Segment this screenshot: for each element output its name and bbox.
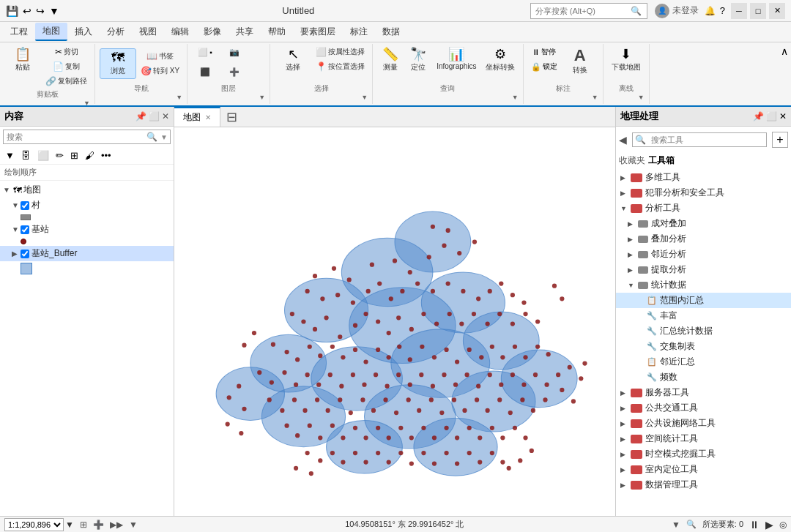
extract-arrow[interactable]: ▶ [628,266,636,274]
ribbon-copypath-button[interactable]: 🔗 复制路径 [42,75,90,88]
redo-icon[interactable]: ↪ [36,5,45,17]
ribbon-coordinate-button[interactable]: ⚙ 坐标转换 [482,45,519,75]
contents-pen-button[interactable]: ✏ [53,149,66,162]
geo-item-nearby-summary[interactable]: 📋 邻近汇总 [616,354,791,370]
geo-add-button[interactable]: + [772,132,788,148]
ribbon-layer-btn2[interactable]: 📷 [221,45,248,59]
crime-tools-arrow[interactable]: ▶ [620,190,629,197]
geo-item-analysis-tools[interactable]: ▼ 分析工具 [616,201,791,216]
ribbon-goto-button[interactable]: 🎯 转到 XY [138,64,182,78]
undo-icon[interactable]: ↩ [23,5,31,17]
data-management-arrow[interactable]: ▶ [620,482,629,489]
scale-dropdown[interactable]: ▼ [65,520,74,530]
geo-item-enrich[interactable]: 🔧 丰富 [616,308,791,323]
geo-item-overlay-analysis[interactable]: ▶ 叠加分析 [616,231,791,247]
analysis-tools-arrow[interactable]: ▼ [620,205,629,212]
ribbon-copy-button[interactable]: 📄 复制 [42,60,90,73]
layer-item-map[interactable]: ▼ 🗺 地图 [0,182,174,198]
status-pause-button[interactable]: ⏸ [749,519,760,531]
geo-item-facility-tools[interactable]: ▶ 公共设施网络工具 [616,416,791,431]
title-search-input[interactable] [535,7,631,15]
map-tab[interactable]: 地图 ✕ [174,107,220,127]
ribbon-convert-button[interactable]: A 转换 [562,45,598,78]
geo-pin-button[interactable]: 📌 [753,111,764,121]
help-button[interactable]: ? [720,5,725,16]
contents-grid-button[interactable]: ⊞ [68,149,81,162]
contents-close-button[interactable]: ✕ [162,111,169,121]
geo-item-frequency[interactable]: 🔧 频数 [616,370,791,385]
ribbon-collapse-button[interactable]: ∧ [778,44,791,59]
overlay-analysis-arrow[interactable]: ▶ [628,236,636,243]
contents-search-icon[interactable]: 🔍 [144,130,160,143]
buffer-checkbox[interactable] [21,250,29,258]
layer-expander[interactable]: ▼ [259,94,265,101]
statistics-arrow[interactable]: ▼ [628,282,636,289]
spatial-stats-arrow[interactable]: ▶ [620,435,629,443]
menu-edit[interactable]: 编辑 [164,23,196,40]
menu-project[interactable]: 工程 [3,23,35,40]
geo-item-aggregate-stats[interactable]: 🔧 汇总统计数据 [616,323,791,339]
geo-item-transit-tools[interactable]: ▶ 公共交通工具 [616,400,791,416]
geo-item-spatiotemporal[interactable]: ▶ 时空模式挖掘工具 [616,446,791,462]
menu-feature-layer[interactable]: 要素图层 [293,23,343,40]
spatiotemporal-arrow[interactable]: ▶ [620,451,629,458]
facility-tools-arrow[interactable]: ▶ [620,420,629,427]
contents-search-box[interactable]: 🔍 ▼ [3,130,171,144]
ribbon-select-button[interactable]: ↖ 选择 [275,45,311,75]
map-layout-toggle[interactable]: ⊟ [226,109,237,125]
geo-item-indoor-location[interactable]: ▶ 室内定位工具 [616,462,791,477]
geo-toolbox-label[interactable]: 工具箱 [648,154,675,167]
ribbon-cut-button[interactable]: ✂ 剪切 [42,45,90,59]
select-expander[interactable]: ▼ [361,94,368,101]
geo-item-extract[interactable]: ▶ 提取分析 [616,262,791,277]
basestation-checkbox[interactable] [21,225,29,234]
status-play-button[interactable]: ▶ [765,519,773,531]
menu-label[interactable]: 标注 [343,23,375,40]
map-tab-close[interactable]: ✕ [205,113,211,121]
ribbon-lock-button[interactable]: 🔒 锁定 [528,60,560,73]
ribbon-infographics-button[interactable]: 📊 Infographics [433,45,480,72]
more-tools-arrow[interactable]: ▶ [620,174,629,181]
geo-item-cross-tabulation[interactable]: 🔧 交集制表 [616,339,791,354]
contents-pin-button[interactable]: 📌 [135,111,146,121]
menu-view[interactable]: 视图 [132,23,164,40]
geo-item-overlay-add[interactable]: ▶ 成对叠加 [616,216,791,231]
clipboard-expander[interactable]: ▼ [83,100,90,107]
contents-float-button[interactable]: ⬜ [149,111,160,121]
geo-favorites-label[interactable]: 收藏夹 [619,154,645,167]
geo-item-statistics[interactable]: ▼ 统计数据 [616,277,791,293]
ribbon-attr-select-button[interactable]: ⬜ 按属性选择 [313,45,368,59]
geo-item-data-management[interactable]: ▶ 数据管理工具 [616,477,791,492]
maximize-button[interactable]: □ [750,3,766,19]
transit-tools-arrow[interactable]: ▶ [620,405,629,412]
contents-filter-button[interactable]: ▼ [3,149,17,162]
nav-icon-1[interactable]: ⊞ [80,520,87,530]
save-icon[interactable]: 💾 [6,5,18,17]
ribbon-locate-button[interactable]: 🔭 定位 [405,45,431,75]
scale-select[interactable]: 1:1,290,896 [4,518,64,531]
ribbon-layer-btn3[interactable]: ⬛ [192,65,218,79]
menu-share[interactable]: 共享 [229,23,261,40]
menu-map[interactable]: 地图 [35,23,67,41]
geo-search-box[interactable]: 🔍 [632,132,767,147]
geo-item-crime-tools[interactable]: ▶ 犯罪分析和安全工具 [616,185,791,201]
geo-item-server-tools[interactable]: ▶ 服务器工具 [616,385,791,400]
ribbon-layer-btn1[interactable]: ⬜▪ [192,45,218,59]
geo-close-button[interactable]: ✕ [779,111,787,121]
geo-item-proximity[interactable]: ▶ 邻近分析 [616,247,791,262]
menu-analysis[interactable]: 分析 [100,23,132,40]
contents-brush-button[interactable]: 🖌 [83,149,97,162]
ribbon-layer-btn4[interactable]: ➕ [221,65,248,79]
indoor-location-arrow[interactable]: ▶ [620,466,629,473]
menu-imagery[interactable]: 影像 [196,23,229,40]
offline-expander[interactable]: ▼ [638,94,645,101]
geo-float-button[interactable]: ⬜ [766,111,777,121]
title-search-box[interactable]: 🔍 [530,3,647,19]
nav-icon-4[interactable]: ▼ [129,520,138,530]
geo-item-more-tools[interactable]: ▶ 多维工具 [616,170,791,185]
village-checkbox[interactable] [21,201,29,210]
map-expand-arrow[interactable]: ▼ [3,186,12,194]
nav-icon-2[interactable]: ➕ [93,520,104,530]
contents-database-button[interactable]: 🗄 [19,149,33,162]
geo-item-summary-within[interactable]: 📋 范围内汇总 [616,293,791,308]
